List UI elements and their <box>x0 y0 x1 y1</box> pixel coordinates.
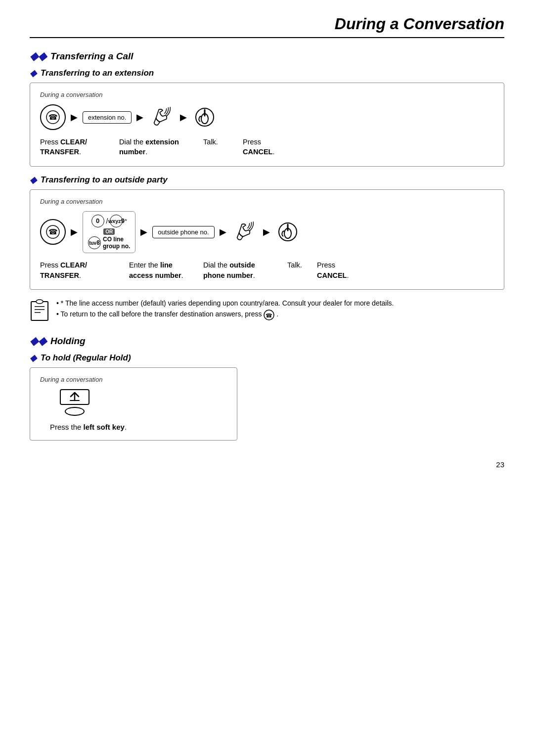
out-desc-step5: PressCANCEL. <box>317 260 361 280</box>
ext-step4-text1: Press <box>243 138 261 146</box>
out-step5-text1: Press <box>317 261 335 269</box>
arrow1-icon: ▶ <box>71 112 78 123</box>
dial-9-circle: wxyz9 <box>110 215 123 227</box>
outside-arrow4-icon: ▶ <box>263 226 270 237</box>
subsection-extension-label: Transferring to an extension <box>41 68 154 78</box>
hold-key-icon <box>60 389 89 416</box>
out-desc-step3: Dial the outsidephone number. <box>203 260 272 280</box>
hold-desc-bold1: left soft key <box>84 423 125 431</box>
section-holding-diamond-icon: ◆◆ <box>30 335 46 348</box>
outside-instruction-box: During a conversation ☎ ▶ 0 / wxyz9 * OR… <box>30 189 504 290</box>
clear-transfer-icon: ☎ <box>40 104 66 130</box>
notes-icon <box>30 299 49 325</box>
out-desc-step4: Talk. <box>277 260 312 270</box>
hold-desc-end: . <box>125 423 127 431</box>
out-step2-text1: Enter the <box>129 261 160 269</box>
page-number: 23 <box>30 460 504 469</box>
section-holding-label: Holding <box>50 336 86 347</box>
hold-key-rect <box>60 389 89 405</box>
extension-box-label: During a conversation <box>40 91 494 98</box>
svg-point-14 <box>36 300 43 304</box>
dial-slash: / <box>106 217 108 225</box>
hold-desc-text1: Press the <box>50 423 84 431</box>
subsection-hold-label: To hold (Regular Hold) <box>41 353 131 363</box>
ext-desc-step3: Talk. <box>193 137 228 147</box>
notes-text: • * The line access number (default) var… <box>56 298 394 320</box>
extension-instruction-box: During a conversation ☎ ▶ extension no. … <box>30 83 504 167</box>
subsection-outside: ◆ Transferring to an outside party <box>30 175 504 185</box>
subsection-outside-label: Transferring to an outside party <box>41 175 168 185</box>
outside-arrow1-icon: ▶ <box>71 226 78 237</box>
out-desc-step1: Press CLEAR/TRANSFER. <box>40 260 104 280</box>
out-step5-bold1: CANCEL <box>317 271 347 279</box>
notes-area: • * The line access number (default) var… <box>30 298 504 325</box>
co-line-label: CO linegroup no. <box>103 236 130 250</box>
hold-key-oval <box>65 407 85 416</box>
outside-cancel-icon <box>275 219 301 245</box>
subsection-extension: ◆ Transferring to an extension <box>30 68 504 79</box>
hold-box-label: During a conversation <box>40 376 227 383</box>
section-diamond-icon: ◆◆ <box>30 50 46 63</box>
hold-instruction-box: During a conversation Press the left sof… <box>30 367 237 441</box>
svg-text:☎: ☎ <box>48 113 58 121</box>
note1-text: • * The line access number (default) var… <box>56 298 394 309</box>
dial-8-circle: tuv8 <box>88 236 101 249</box>
svg-rect-10 <box>31 302 48 320</box>
section-holding: ◆◆ Holding <box>30 335 504 348</box>
outside-box-label: During a conversation <box>40 198 494 205</box>
ext-step4-bold1: CANCEL <box>243 148 272 156</box>
ext-step1-text1: Press <box>40 138 60 146</box>
outside-desc-row: Press CLEAR/TRANSFER. Enter the lineacce… <box>40 260 494 280</box>
dial-options-box: 0 / wxyz9 * OR tuv8 CO linegroup no. <box>83 211 135 254</box>
out-desc-step2: Enter the lineaccess number. <box>129 260 198 280</box>
hold-desc: Press the left soft key. <box>40 423 227 431</box>
arrow2-icon: ▶ <box>136 112 143 123</box>
extension-flow-icons: ☎ ▶ extension no. ▶ ▶ <box>40 104 494 130</box>
outside-arrow3-icon: ▶ <box>220 226 226 237</box>
handset-talk-icon <box>148 104 175 130</box>
out-step4-text: Talk. <box>287 261 302 269</box>
hold-icon-row <box>40 389 227 416</box>
svg-text:☎: ☎ <box>266 312 272 318</box>
outside-handset-talk-icon <box>231 219 258 245</box>
page-title: During a Conversation <box>30 15 504 38</box>
cancel-icon <box>192 104 218 130</box>
svg-text:☎: ☎ <box>48 227 58 236</box>
asterisk-superscript: * <box>125 218 127 224</box>
or-badge: OR <box>103 228 115 235</box>
ext-desc-step1: Press CLEAR/TRANSFER. <box>40 137 104 157</box>
return-phone-icon: ☎ <box>264 310 274 320</box>
ext-step2-text1: Dial the <box>119 138 145 146</box>
outside-flow-icons: ☎ ▶ 0 / wxyz9 * OR tuv8 CO linegroup no.… <box>40 211 494 254</box>
extension-no-label-box: extension no. <box>83 111 132 124</box>
ext-desc-step4: PressCANCEL. <box>243 137 287 157</box>
out-step1-text1: Press <box>40 261 60 269</box>
ext-step3-text: Talk. <box>203 138 218 146</box>
subsection-arrow-icon: ◆ <box>30 68 37 79</box>
ext-desc-step2: Dial the extensionnumber. <box>119 137 188 157</box>
subsection-regular-hold: ◆ To hold (Regular Hold) <box>30 353 504 363</box>
arrow3-icon: ▶ <box>180 112 187 123</box>
outside-phone-no-label-box: outside phone no. <box>152 226 214 238</box>
section-transferring-call-label: Transferring a Call <box>50 51 134 62</box>
dial-bottom-row: tuv8 CO linegroup no. <box>88 236 130 250</box>
outside-clear-transfer-icon: ☎ <box>40 219 66 245</box>
out-step3-text1: Dial the <box>203 261 229 269</box>
section-transferring-call: ◆◆ Transferring a Call <box>30 50 504 63</box>
note2-text: • To return to the call before the trans… <box>56 309 394 320</box>
subsection-outside-arrow-icon: ◆ <box>30 175 37 185</box>
dial-0-circle: 0 <box>91 215 104 227</box>
outside-arrow2-icon: ▶ <box>140 226 147 237</box>
extension-desc-row: Press CLEAR/TRANSFER. Dial the extension… <box>40 137 494 157</box>
subsection-hold-arrow-icon: ◆ <box>30 353 37 363</box>
dial-top-row: 0 / wxyz9 * <box>91 215 127 227</box>
